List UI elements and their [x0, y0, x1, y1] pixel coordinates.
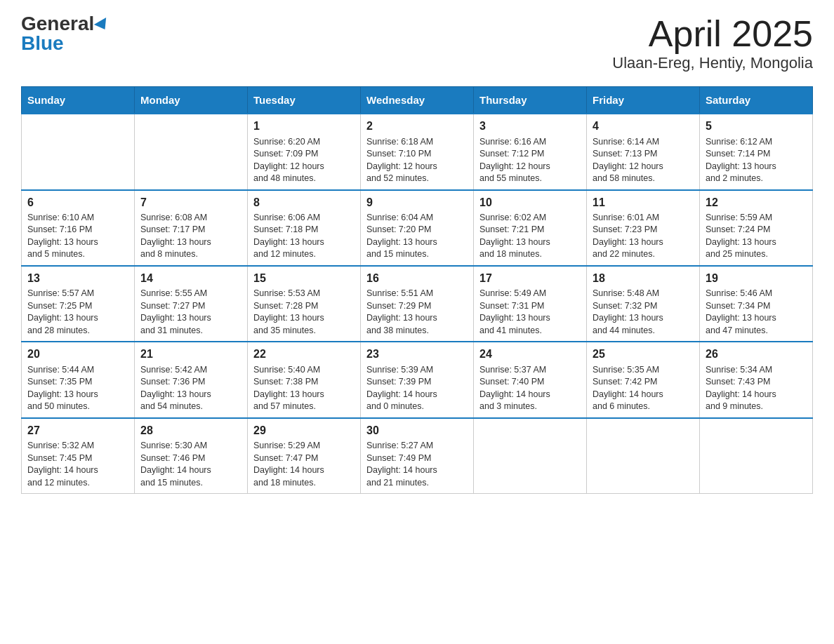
column-header-wednesday: Wednesday — [361, 87, 474, 114]
day-info: Sunrise: 5:40 AM Sunset: 7:38 PM Dayligh… — [253, 364, 355, 413]
calendar-cell: 8Sunrise: 6:06 AM Sunset: 7:18 PM Daylig… — [248, 190, 361, 266]
day-info: Sunrise: 5:46 AM Sunset: 7:34 PM Dayligh… — [706, 288, 807, 337]
day-info: Sunrise: 5:42 AM Sunset: 7:36 PM Dayligh… — [140, 364, 241, 413]
day-info: Sunrise: 6:04 AM Sunset: 7:20 PM Dayligh… — [366, 212, 468, 261]
column-header-tuesday: Tuesday — [248, 87, 361, 114]
day-number: 21 — [140, 347, 241, 362]
day-info: Sunrise: 6:12 AM Sunset: 7:14 PM Dayligh… — [706, 136, 807, 185]
week-row-4: 20Sunrise: 5:44 AM Sunset: 7:35 PM Dayli… — [22, 342, 813, 417]
logo: General Blue — [21, 14, 110, 53]
day-number: 5 — [706, 119, 807, 134]
column-header-saturday: Saturday — [700, 87, 813, 114]
day-number: 17 — [479, 271, 581, 286]
day-info: Sunrise: 5:29 AM Sunset: 7:47 PM Dayligh… — [253, 440, 355, 489]
day-number: 8 — [253, 195, 355, 210]
calendar-cell: 5Sunrise: 6:12 AM Sunset: 7:14 PM Daylig… — [700, 114, 813, 189]
title-section: April 2025 Ulaan-Ereg, Hentiy, Mongolia — [612, 14, 813, 72]
calendar-cell — [22, 114, 135, 189]
page-header: General Blue April 2025 Ulaan-Ereg, Hent… — [21, 14, 813, 72]
day-info: Sunrise: 6:18 AM Sunset: 7:10 PM Dayligh… — [366, 136, 468, 185]
day-info: Sunrise: 5:53 AM Sunset: 7:28 PM Dayligh… — [253, 288, 355, 337]
calendar-cell: 9Sunrise: 6:04 AM Sunset: 7:20 PM Daylig… — [361, 190, 474, 266]
day-number: 16 — [366, 271, 468, 286]
calendar-cell: 6Sunrise: 6:10 AM Sunset: 7:16 PM Daylig… — [22, 190, 135, 266]
day-info: Sunrise: 5:35 AM Sunset: 7:42 PM Dayligh… — [593, 364, 694, 413]
week-row-1: 1Sunrise: 6:20 AM Sunset: 7:09 PM Daylig… — [22, 114, 813, 189]
day-number: 30 — [366, 423, 468, 438]
calendar-cell: 7Sunrise: 6:08 AM Sunset: 7:17 PM Daylig… — [135, 190, 248, 266]
day-number: 9 — [366, 195, 468, 210]
calendar-cell: 15Sunrise: 5:53 AM Sunset: 7:28 PM Dayli… — [248, 266, 361, 342]
day-number: 13 — [27, 271, 128, 286]
day-info: Sunrise: 6:08 AM Sunset: 7:17 PM Dayligh… — [140, 212, 241, 261]
day-info: Sunrise: 5:44 AM Sunset: 7:35 PM Dayligh… — [27, 364, 128, 413]
day-info: Sunrise: 5:51 AM Sunset: 7:29 PM Dayligh… — [366, 288, 468, 337]
calendar-cell: 1Sunrise: 6:20 AM Sunset: 7:09 PM Daylig… — [248, 114, 361, 189]
day-number: 11 — [593, 195, 694, 210]
day-number: 19 — [706, 271, 807, 286]
calendar-cell: 17Sunrise: 5:49 AM Sunset: 7:31 PM Dayli… — [474, 266, 587, 342]
day-number: 20 — [27, 347, 128, 362]
calendar-cell: 24Sunrise: 5:37 AM Sunset: 7:40 PM Dayli… — [474, 342, 587, 417]
logo-triangle-icon — [94, 18, 111, 33]
calendar-cell: 10Sunrise: 6:02 AM Sunset: 7:21 PM Dayli… — [474, 190, 587, 266]
week-row-3: 13Sunrise: 5:57 AM Sunset: 7:25 PM Dayli… — [22, 266, 813, 342]
logo-general: General — [21, 14, 110, 34]
day-number: 28 — [140, 423, 241, 438]
calendar-cell: 14Sunrise: 5:55 AM Sunset: 7:27 PM Dayli… — [135, 266, 248, 342]
day-number: 15 — [253, 271, 355, 286]
column-header-friday: Friday — [587, 87, 700, 114]
day-number: 29 — [253, 423, 355, 438]
calendar-cell: 13Sunrise: 5:57 AM Sunset: 7:25 PM Dayli… — [22, 266, 135, 342]
day-info: Sunrise: 5:37 AM Sunset: 7:40 PM Dayligh… — [479, 364, 581, 413]
calendar-cell: 28Sunrise: 5:30 AM Sunset: 7:46 PM Dayli… — [135, 418, 248, 494]
calendar-cell: 25Sunrise: 5:35 AM Sunset: 7:42 PM Dayli… — [587, 342, 700, 417]
calendar-cell: 11Sunrise: 6:01 AM Sunset: 7:23 PM Dayli… — [587, 190, 700, 266]
day-number: 14 — [140, 271, 241, 286]
calendar-cell: 12Sunrise: 5:59 AM Sunset: 7:24 PM Dayli… — [700, 190, 813, 266]
calendar-table: SundayMondayTuesdayWednesdayThursdayFrid… — [21, 86, 813, 494]
day-number: 25 — [593, 347, 694, 362]
day-number: 7 — [140, 195, 241, 210]
day-number: 3 — [479, 119, 581, 134]
day-info: Sunrise: 6:01 AM Sunset: 7:23 PM Dayligh… — [593, 212, 694, 261]
day-info: Sunrise: 5:57 AM Sunset: 7:25 PM Dayligh… — [27, 288, 128, 337]
calendar-cell — [587, 418, 700, 494]
day-number: 22 — [253, 347, 355, 362]
day-number: 18 — [593, 271, 694, 286]
calendar-cell: 21Sunrise: 5:42 AM Sunset: 7:36 PM Dayli… — [135, 342, 248, 417]
calendar-cell — [135, 114, 248, 189]
calendar-cell: 4Sunrise: 6:14 AM Sunset: 7:13 PM Daylig… — [587, 114, 700, 189]
day-number: 12 — [706, 195, 807, 210]
calendar-cell: 23Sunrise: 5:39 AM Sunset: 7:39 PM Dayli… — [361, 342, 474, 417]
calendar-cell: 16Sunrise: 5:51 AM Sunset: 7:29 PM Dayli… — [361, 266, 474, 342]
calendar-cell — [474, 418, 587, 494]
day-info: Sunrise: 5:55 AM Sunset: 7:27 PM Dayligh… — [140, 288, 241, 337]
month-title: April 2025 — [612, 14, 813, 54]
calendar-cell: 27Sunrise: 5:32 AM Sunset: 7:45 PM Dayli… — [22, 418, 135, 494]
day-info: Sunrise: 5:32 AM Sunset: 7:45 PM Dayligh… — [27, 440, 128, 489]
day-number: 24 — [479, 347, 581, 362]
day-number: 26 — [706, 347, 807, 362]
calendar-cell: 2Sunrise: 6:18 AM Sunset: 7:10 PM Daylig… — [361, 114, 474, 189]
day-number: 4 — [593, 119, 694, 134]
day-info: Sunrise: 6:06 AM Sunset: 7:18 PM Dayligh… — [253, 212, 355, 261]
column-header-sunday: Sunday — [22, 87, 135, 114]
day-info: Sunrise: 5:48 AM Sunset: 7:32 PM Dayligh… — [593, 288, 694, 337]
day-number: 6 — [27, 195, 128, 210]
day-info: Sunrise: 6:02 AM Sunset: 7:21 PM Dayligh… — [479, 212, 581, 261]
day-info: Sunrise: 5:30 AM Sunset: 7:46 PM Dayligh… — [140, 440, 241, 489]
calendar-cell: 19Sunrise: 5:46 AM Sunset: 7:34 PM Dayli… — [700, 266, 813, 342]
day-info: Sunrise: 6:20 AM Sunset: 7:09 PM Dayligh… — [253, 136, 355, 185]
day-info: Sunrise: 5:34 AM Sunset: 7:43 PM Dayligh… — [706, 364, 807, 413]
week-row-2: 6Sunrise: 6:10 AM Sunset: 7:16 PM Daylig… — [22, 190, 813, 266]
location-title: Ulaan-Ereg, Hentiy, Mongolia — [612, 54, 813, 72]
calendar-cell: 30Sunrise: 5:27 AM Sunset: 7:49 PM Dayli… — [361, 418, 474, 494]
day-info: Sunrise: 6:14 AM Sunset: 7:13 PM Dayligh… — [593, 136, 694, 185]
calendar-cell — [700, 418, 813, 494]
calendar-cell: 26Sunrise: 5:34 AM Sunset: 7:43 PM Dayli… — [700, 342, 813, 417]
day-number: 10 — [479, 195, 581, 210]
day-number: 2 — [366, 119, 468, 134]
calendar-cell: 18Sunrise: 5:48 AM Sunset: 7:32 PM Dayli… — [587, 266, 700, 342]
day-number: 23 — [366, 347, 468, 362]
